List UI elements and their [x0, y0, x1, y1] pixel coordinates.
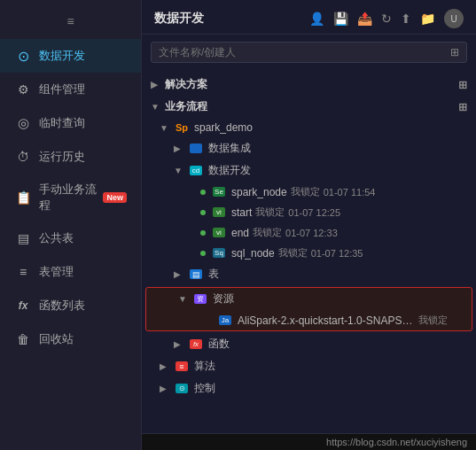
- sidebar-item-component-mgmt[interactable]: ⚙ 组件管理: [0, 73, 141, 106]
- tree-section-biz-flow[interactable]: ▼ 业务流程 ⊞: [142, 96, 476, 118]
- avatar[interactable]: U: [444, 9, 464, 28]
- data-collect-label: 数据集成: [208, 141, 251, 156]
- header-actions: 👤 💾 📤 ↻ ⬆ 📁 U: [309, 9, 464, 28]
- resource-label: 资源: [213, 291, 234, 306]
- tree-node-data-dev-node[interactable]: ▼ cd 数据开发: [142, 159, 476, 182]
- url-bar: https://blog.csdn.net/xuciyisheng: [142, 433, 476, 450]
- chevron-right-table: ▶: [174, 269, 184, 279]
- sidebar-item-table-mgmt[interactable]: ≡ 表管理: [0, 255, 141, 289]
- user-icon[interactable]: 👤: [309, 12, 324, 26]
- spark-demo-label: spark_demo: [194, 121, 253, 134]
- start-label: start: [231, 206, 252, 219]
- sql-node-icon: Sq: [211, 247, 227, 260]
- sidebar-item-run-history[interactable]: ⏱ 运行历史: [0, 140, 141, 174]
- chevron-down-icon3: ▼: [174, 166, 184, 175]
- jar-icon: Ja: [217, 314, 233, 327]
- sidebar-top: ≡: [0, 7, 141, 39]
- component-mgmt-icon: ⚙: [14, 81, 32, 98]
- sql-node-label: sql_node: [231, 247, 275, 260]
- url-text: https://blog.csdn.net/xuciyisheng: [326, 437, 467, 447]
- func-list-icon: fx: [14, 297, 32, 314]
- sidebar-item-temp-query[interactable]: ◎ 临时查询: [0, 106, 141, 140]
- algo-icon: ≡: [174, 361, 190, 373]
- filter-icon[interactable]: ⊞: [450, 46, 459, 58]
- start-icon: vi: [211, 206, 227, 219]
- tree-leaf-sql-node[interactable]: ▶ Sq sql_node 我锁定 01-07 12:35: [142, 243, 476, 263]
- jar-label: AliSpark-2.x-quickstart-1.0-SNAPSHOT-sha…: [238, 314, 415, 327]
- biz-flow-label: 业务流程: [165, 99, 207, 114]
- chevron-right-funcs: ▶: [174, 339, 184, 349]
- timestamp3: 01-07 12:33: [285, 228, 338, 238]
- tree-section-solution[interactable]: ▶ 解决方案 ⊞: [142, 74, 476, 96]
- sidebar-item-func-list[interactable]: fx 函数列表: [0, 289, 141, 322]
- table-icon: ▤: [188, 268, 204, 281]
- search-bar: ⊞: [151, 42, 467, 63]
- funcs-icon: fx: [188, 338, 204, 351]
- solution-label: 解决方案: [165, 77, 207, 92]
- sidebar-item-label: 数据开发: [39, 48, 85, 64]
- upload-icon[interactable]: ⬆: [401, 12, 411, 26]
- grid-icon2[interactable]: ⊞: [458, 101, 467, 113]
- trash-icon: 🗑: [14, 330, 32, 348]
- jar-lock-text: 我锁定: [418, 314, 448, 327]
- chevron-down-icon: ▼: [151, 102, 161, 112]
- new-badge: New: [103, 192, 127, 203]
- funcs-label: 函数: [208, 337, 230, 352]
- sidebar-item-data-dev[interactable]: ⊙ 数据开发: [0, 39, 141, 73]
- chevron-right-algo: ▶: [160, 361, 170, 371]
- data-dev-node-icon: cd: [188, 165, 204, 177]
- lock-text1: 我锁定: [291, 185, 320, 198]
- spark-icon: Sp: [174, 121, 190, 134]
- resource-icon: 资: [192, 293, 208, 306]
- lock-text2: 我锁定: [255, 206, 285, 219]
- end-icon: vi: [211, 227, 227, 239]
- ctrl-icon: ⊙: [174, 383, 190, 395]
- tree-node-ctrl[interactable]: ▶ ⊙ 控制: [142, 377, 476, 400]
- tree-leaf-start[interactable]: ▶ vi start 我锁定 01-07 12:25: [142, 202, 476, 222]
- data-collect-icon: [188, 143, 204, 155]
- dot-green-icon: [200, 190, 206, 195]
- spark-node-icon: Se: [211, 186, 227, 198]
- tree-node-table[interactable]: ▶ ▤ 表: [142, 263, 476, 285]
- hamburger-icon[interactable]: ≡: [66, 14, 74, 28]
- tree-node-resource[interactable]: ▼ 资 资源: [146, 288, 472, 310]
- tree-leaf-jar[interactable]: ▶ Ja AliSpark-2.x-quickstart-1.0-SNAPSHO…: [146, 310, 472, 330]
- sidebar-item-label: 表管理: [39, 264, 74, 280]
- sidebar-item-label: 回收站: [39, 331, 74, 347]
- tree-node-spark-demo[interactable]: ▼ Sp spark_demo: [142, 118, 476, 137]
- timestamp1: 01-07 11:54: [324, 187, 376, 198]
- sidebar-item-label: 手动业务流程: [39, 182, 99, 213]
- main-header: 数据开发 👤 💾 📤 ↻ ⬆ 📁 U: [142, 0, 476, 35]
- data-dev-icon: ⊙: [14, 47, 32, 65]
- dot-green-icon3: [200, 230, 206, 236]
- resource-section-highlighted: ▼ 资 资源 ▶ Ja AliSpark-2.x-quickstart-1.0-…: [145, 287, 472, 331]
- tree-node-funcs[interactable]: ▶ fx 函数: [142, 333, 476, 355]
- tree-node-algo[interactable]: ▶ ≡ 算法: [142, 355, 476, 377]
- sidebar-item-label: 函数列表: [39, 298, 85, 314]
- table-label: 表: [208, 267, 219, 282]
- sidebar-item-public-table[interactable]: ▤ 公共表: [0, 221, 141, 255]
- export-icon[interactable]: 📤: [357, 12, 372, 26]
- sidebar: ≡ ⊙ 数据开发 ⚙ 组件管理 ◎ 临时查询 ⏱ 运行历史 📋 手动业务流程 N…: [0, 0, 142, 450]
- tree-area: ▶ 解决方案 ⊞ ▼ 业务流程 ⊞ ▼ Sp spark_demo ▶ 数据集成: [142, 70, 476, 433]
- algo-label: 算法: [194, 359, 215, 374]
- save-icon[interactable]: 💾: [333, 12, 348, 26]
- tree-leaf-spark-node[interactable]: ▶ Se spark_node 我锁定 01-07 11:54: [142, 182, 476, 202]
- refresh-icon[interactable]: ↻: [381, 12, 392, 26]
- dot-green-icon2: [200, 210, 206, 215]
- main-panel: 数据开发 👤 💾 📤 ↻ ⬆ 📁 U ⊞ ▶ 解决方案 ⊞ ▼ 业务流程 ⊞: [142, 0, 476, 450]
- search-input[interactable]: [159, 46, 450, 58]
- temp-query-icon: ◎: [14, 114, 32, 132]
- tree-node-data-collect[interactable]: ▶ 数据集成: [142, 137, 476, 159]
- grid-icon[interactable]: ⊞: [458, 79, 467, 91]
- chevron-right-icon: ▶: [151, 80, 161, 89]
- spark-node-label: spark_node: [231, 186, 287, 198]
- tree-leaf-end[interactable]: ▶ vi end 我锁定 01-07 12:33: [142, 222, 476, 243]
- public-table-icon: ▤: [14, 229, 32, 247]
- sidebar-item-trash[interactable]: 🗑 回收站: [0, 322, 141, 356]
- lock-text3: 我锁定: [253, 226, 282, 239]
- upload2-icon[interactable]: 📁: [420, 12, 435, 26]
- data-dev-node-label: 数据开发: [208, 163, 251, 178]
- sidebar-item-manual-flow[interactable]: 📋 手动业务流程 New: [0, 174, 141, 221]
- end-label: end: [231, 227, 249, 239]
